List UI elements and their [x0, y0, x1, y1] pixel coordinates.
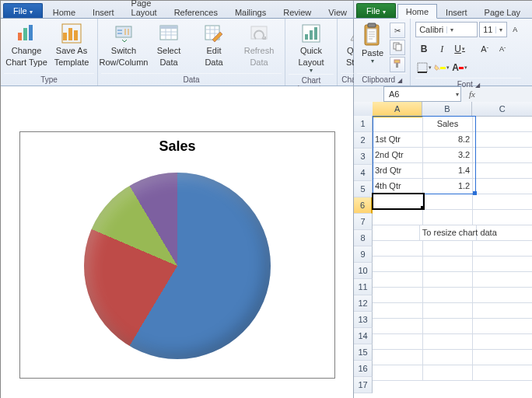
cell-B12[interactable]: [423, 287, 474, 303]
fill-color-button[interactable]: ▾: [433, 59, 450, 76]
edit-data-button[interactable]: Edit Data: [191, 21, 236, 67]
cell-C5[interactable]: [473, 178, 532, 194]
cell-B5[interactable]: 1.2: [423, 178, 474, 194]
cell-C4[interactable]: [473, 162, 532, 179]
file-tab[interactable]: File▾: [3, 3, 43, 18]
increase-font-button[interactable]: Aˆ: [476, 40, 493, 58]
row-header-6[interactable]: 6: [354, 197, 373, 214]
grow-font-button[interactable]: A: [509, 21, 521, 38]
cell-A2[interactable]: 1st Qtr: [373, 131, 423, 148]
cell-A5[interactable]: 4th Qtr: [373, 178, 423, 194]
dialog-launcher-icon[interactable]: ◢: [397, 77, 402, 84]
cell-A13[interactable]: [373, 302, 423, 319]
cell-C13[interactable]: [473, 302, 532, 319]
cell-A16[interactable]: [373, 349, 423, 365]
cell-C11[interactable]: [473, 271, 532, 288]
cell-B4[interactable]: 1.4: [423, 162, 474, 179]
cell-B7[interactable]: [423, 209, 474, 225]
row-header-11[interactable]: 11: [354, 279, 373, 295]
cell-C3[interactable]: [473, 147, 532, 163]
column-header-A[interactable]: A: [373, 102, 422, 117]
font-name-combo[interactable]: Calibri▾: [415, 22, 478, 37]
cell-B1[interactable]: Sales: [423, 116, 474, 132]
change-chart-type-button[interactable]: Change Chart Type: [4, 21, 49, 67]
paste-button[interactable]: Paste ▾: [357, 21, 388, 65]
border-button[interactable]: ▾: [415, 59, 432, 76]
row-header-5[interactable]: 5: [354, 181, 373, 197]
name-box[interactable]: A6▾: [383, 86, 461, 102]
row-header-17[interactable]: 17: [354, 377, 373, 393]
font-color-button[interactable]: A▾: [451, 59, 468, 76]
cell-C6[interactable]: [473, 194, 532, 210]
cell-A14[interactable]: [373, 318, 423, 334]
chart-title[interactable]: Sales: [20, 138, 334, 155]
cell-A9[interactable]: [373, 240, 423, 257]
cell-A4[interactable]: 3rd Qtr: [373, 162, 423, 179]
cell-C15[interactable]: [473, 333, 532, 350]
row-header-12[interactable]: 12: [354, 295, 373, 312]
format-painter-button[interactable]: [390, 57, 405, 72]
decrease-font-button[interactable]: Aˇ: [494, 40, 511, 58]
row-header-14[interactable]: 14: [354, 328, 373, 344]
column-header-B[interactable]: B: [422, 102, 472, 117]
cell-C7[interactable]: [473, 209, 532, 225]
cell-A10[interactable]: [373, 256, 423, 272]
tab-mailings[interactable]: Mailings: [226, 5, 275, 19]
cell-C16[interactable]: [473, 349, 532, 365]
row-header-9[interactable]: 9: [354, 246, 373, 263]
cell-A12[interactable]: [373, 287, 423, 303]
row-header-2[interactable]: 2: [354, 132, 373, 148]
tab-insert[interactable]: Insert: [84, 5, 123, 19]
fx-icon[interactable]: fx: [469, 89, 475, 99]
cell-B11[interactable]: [423, 271, 474, 288]
row-header-3[interactable]: 3: [354, 148, 373, 165]
cell-C14[interactable]: [473, 318, 532, 334]
row-header-15[interactable]: 15: [354, 344, 373, 361]
font-size-combo[interactable]: 11▾: [479, 22, 507, 37]
row-header-8[interactable]: 8: [354, 230, 373, 246]
tab-home[interactable]: Home: [44, 5, 84, 19]
chart-object[interactable]: Sales: [19, 131, 335, 379]
tab-view[interactable]: View: [320, 5, 355, 19]
file-tab[interactable]: File▾: [356, 3, 396, 18]
tab-page-layout[interactable]: Page Layout: [123, 0, 166, 19]
tab-page-lay[interactable]: Page Lay: [476, 5, 529, 19]
cell-B2[interactable]: 8.2: [423, 131, 474, 148]
column-header-C[interactable]: C: [472, 102, 532, 117]
cell-A1[interactable]: [373, 116, 423, 132]
italic-button[interactable]: I: [433, 40, 450, 58]
tab-references[interactable]: References: [166, 5, 226, 19]
row-header-16[interactable]: 16: [354, 361, 373, 377]
cell-B3[interactable]: 3.2: [423, 147, 474, 163]
document-canvas[interactable]: Sales: [1, 86, 353, 398]
cell-B17[interactable]: [423, 365, 474, 381]
save-as-template-button[interactable]: Save As Template: [49, 21, 94, 67]
cell-C2[interactable]: [473, 131, 532, 148]
cell-B8[interactable]: To resize chart data: [420, 225, 477, 241]
cell-C17[interactable]: [473, 365, 532, 381]
cell-B13[interactable]: [423, 302, 474, 319]
quick-layout-button[interactable]: Quick Layout▾: [289, 21, 334, 74]
cell-B15[interactable]: [423, 333, 474, 350]
cell-B6[interactable]: [423, 194, 474, 210]
bold-button[interactable]: B: [415, 40, 432, 58]
cell-C1[interactable]: [473, 116, 532, 132]
row-header-10[interactable]: 10: [354, 263, 373, 279]
row-header-1[interactable]: 1: [354, 116, 373, 132]
row-header-7[interactable]: 7: [354, 214, 373, 230]
cell-C8[interactable]: [477, 225, 532, 241]
cut-button[interactable]: ✂: [390, 23, 405, 38]
cell-B9[interactable]: [423, 240, 474, 257]
cell-A6[interactable]: [373, 194, 423, 210]
cell-C10[interactable]: [473, 256, 532, 272]
tab-home[interactable]: Home: [397, 4, 437, 19]
cell-C12[interactable]: [473, 287, 532, 303]
tab-review[interactable]: Review: [275, 5, 320, 19]
cell-B16[interactable]: [423, 349, 474, 365]
copy-button[interactable]: [390, 40, 405, 55]
cell-A7[interactable]: [373, 209, 423, 225]
dialog-launcher-icon[interactable]: ◢: [475, 82, 480, 89]
select-all-corner[interactable]: [354, 102, 373, 117]
cell-B14[interactable]: [423, 318, 474, 334]
cell-A17[interactable]: [373, 365, 423, 381]
